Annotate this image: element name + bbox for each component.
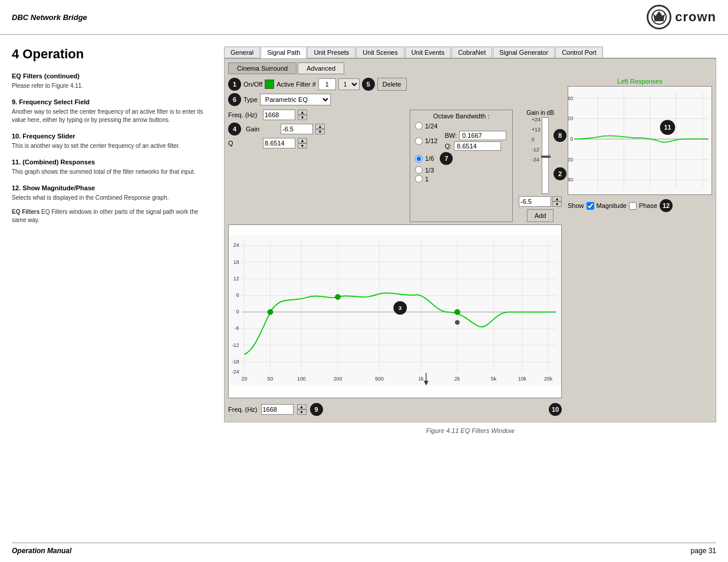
radio-1-24[interactable] — [415, 122, 423, 130]
octave-option-1_6: 1/6 7 — [415, 152, 508, 165]
svg-text:1k: 1k — [418, 376, 424, 382]
tab-control-port[interactable]: Control Port — [555, 47, 603, 58]
freq-spin-down[interactable]: ▼ — [298, 115, 307, 120]
ui-column: General Signal Path Unit Presets Unit Sc… — [224, 47, 716, 434]
tab-cobranet[interactable]: CobraNet — [452, 47, 492, 58]
bottom-freq-spin[interactable]: ▲ ▼ — [297, 404, 307, 415]
svg-text:12: 12 — [233, 276, 239, 282]
bottom-freq-spin-down[interactable]: ▼ — [297, 409, 307, 415]
ui-panel: Cinema Surround Advanced 1 On/Off Active… — [224, 58, 716, 422]
add-spin[interactable]: ▲ ▼ — [552, 196, 562, 207]
freq-input[interactable] — [263, 110, 295, 120]
q-spin-down[interactable]: ▼ — [298, 143, 307, 148]
q-display-value: 8.6514 — [454, 141, 501, 151]
q-display-label: Q: — [444, 143, 452, 150]
gain-input[interactable] — [281, 124, 313, 134]
svg-text:6: 6 — [236, 292, 239, 298]
sub-tab-advanced[interactable]: Advanced — [298, 62, 344, 74]
svg-text:11: 11 — [664, 124, 671, 131]
on-off-indicator[interactable] — [265, 80, 274, 89]
q-spin[interactable]: ▲ ▼ — [298, 138, 307, 148]
figure-caption: Figure 4.11 EQ Filters Window — [224, 427, 716, 434]
eq-graph[interactable]: 24 18 12 6 0 -6 -12 -18 -24 20 50 — [229, 225, 561, 396]
gain-spin-down[interactable]: ▼ — [315, 129, 325, 134]
bottom-freq-spin-up[interactable]: ▲ — [297, 404, 307, 409]
section-9-body: Another way to select the center frequen… — [12, 108, 212, 124]
annotation-4: 4 — [228, 123, 241, 135]
section-eq-filters-title: EQ Filters (continued) — [12, 72, 212, 80]
crown-text: crown — [675, 9, 716, 25]
octave-option-1_12: 1/12 BW: 0.1667 Q: 8.6514 — [415, 131, 508, 151]
tab-signal-generator[interactable]: Signal Generator — [493, 47, 555, 58]
gain-spin-up[interactable]: ▲ — [315, 124, 325, 129]
db-plus12: +12 — [532, 127, 541, 133]
svg-text:-18: -18 — [232, 359, 239, 365]
active-filter-input[interactable] — [318, 78, 336, 90]
add-spin-down[interactable]: ▼ — [552, 201, 562, 207]
bottom-freq-input[interactable] — [261, 404, 294, 415]
tab-general[interactable]: General — [224, 47, 260, 58]
figure-ref: Please refer to Figure 4.11. — [12, 82, 212, 90]
page-content: 4 Operation EQ Filters (continued) Pleas… — [0, 35, 728, 446]
add-value-input[interactable] — [519, 196, 551, 207]
gain-db-thumb — [541, 156, 551, 158]
radio-1[interactable] — [415, 175, 423, 183]
gain-row: 4 Gain ▲ ▼ — [228, 123, 406, 135]
q-input[interactable] — [263, 138, 295, 148]
responses-graph[interactable]: 40 20 0 -20 -40 11 — [568, 86, 712, 195]
svg-rect-2 — [654, 19, 664, 21]
svg-text:18: 18 — [233, 259, 239, 265]
crown-logo: crown — [647, 5, 716, 29]
svg-point-43 — [335, 295, 341, 300]
filter-number-dropdown[interactable]: 123 — [338, 78, 360, 90]
section-11-body: This graph shows the summed total of the… — [12, 168, 212, 176]
freq-spin[interactable]: ▲ ▼ — [298, 110, 307, 120]
svg-text:3: 3 — [398, 305, 402, 311]
phase-checkbox[interactable] — [629, 202, 637, 210]
show-row: Show Magnitude Phase 12 — [568, 199, 712, 212]
svg-text:-6: -6 — [235, 325, 239, 331]
radio-1-3[interactable] — [415, 166, 423, 174]
annotation-12: 12 — [660, 199, 673, 212]
radio-1-12[interactable] — [415, 137, 423, 145]
svg-text:200: 200 — [334, 376, 342, 382]
db-minus24: -24 — [532, 157, 541, 163]
eq-filters-note: EQ Filters EQ Filters windows in other p… — [12, 208, 212, 224]
eq-section: Freq. (Hz) ▲ ▼ 4 Gain — [228, 110, 562, 222]
bottom-freq-label: Freq. (Hz) — [228, 406, 258, 413]
freq-spin-up[interactable]: ▲ — [298, 110, 307, 115]
delete-button[interactable]: Delete — [377, 78, 407, 91]
type-dropdown[interactable]: Parametric EQ — [260, 94, 331, 105]
svg-point-42 — [268, 309, 273, 315]
svg-text:2k: 2k — [454, 376, 460, 382]
sub-tab-cinema-surround[interactable]: Cinema Surround — [228, 62, 297, 74]
gain-db-slider[interactable] — [542, 117, 549, 194]
tab-unit-events[interactable]: Unit Events — [405, 47, 451, 58]
gain-spin[interactable]: ▲ ▼ — [315, 124, 325, 134]
annotation-6: 6 — [228, 93, 241, 106]
magnitude-label: Magnitude — [597, 202, 627, 209]
add-spin-up[interactable]: ▲ — [552, 196, 562, 201]
responses-title: Left Responses — [568, 78, 712, 85]
add-button[interactable]: Add — [527, 209, 554, 222]
db-minus12: -12 — [532, 147, 541, 153]
magnitude-checkbox[interactable] — [587, 202, 594, 210]
svg-point-44 — [454, 309, 460, 315]
svg-text:40: 40 — [568, 95, 573, 101]
tab-unit-presets[interactable]: Unit Presets — [307, 47, 355, 58]
eq-main: 1 On/Off Active Filter # 123 5 Delete 6 — [228, 78, 562, 418]
section-10-title: 10. Frequency Slider — [12, 133, 212, 140]
tab-unit-scenes[interactable]: Unit Scenes — [356, 47, 404, 58]
footer-right: page 31 — [691, 547, 716, 555]
gain-db-label: Gain in dB — [526, 110, 554, 116]
phase-label: Phase — [639, 202, 657, 209]
svg-text:20k: 20k — [544, 376, 553, 382]
octave-label-1-12: 1/12 — [425, 137, 437, 144]
tab-signal-path[interactable]: Signal Path — [261, 47, 307, 58]
main-layout: 1 On/Off Active Filter # 123 5 Delete 6 — [228, 78, 712, 418]
q-spin-up[interactable]: ▲ — [298, 138, 307, 143]
eq-filters-note-strong: EQ Filters — [12, 209, 39, 215]
radio-1-6[interactable] — [415, 155, 423, 163]
annotation-1: 1 — [228, 78, 241, 91]
db-zero: 0 — [532, 137, 541, 143]
